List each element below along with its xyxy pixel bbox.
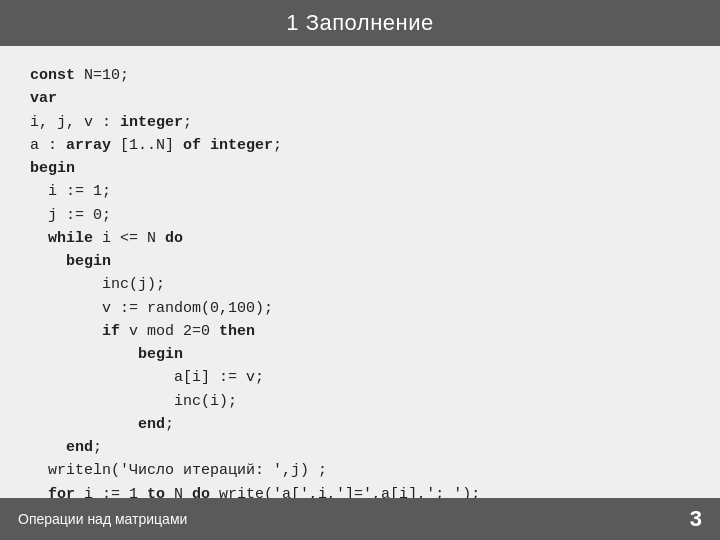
code-line-15: inc(i); bbox=[30, 393, 237, 410]
code-line-12: if v mod 2=0 then bbox=[30, 323, 255, 340]
code-line-9: begin bbox=[30, 253, 111, 270]
code-line-3: i, j, v : integer; bbox=[30, 114, 192, 131]
code-line-18: writeln('Число итераций: ',j) ; bbox=[30, 462, 327, 479]
code-block: const N=10; var i, j, v : integer; a : a… bbox=[30, 64, 690, 529]
code-line-5: begin bbox=[30, 160, 75, 177]
code-line-4: a : array [1..N] of integer; bbox=[30, 137, 282, 154]
code-line-10: inc(j); bbox=[30, 276, 165, 293]
code-line-1: const N=10; bbox=[30, 67, 129, 84]
code-line-13: begin bbox=[30, 346, 183, 363]
code-line-6: i := 1; bbox=[30, 183, 111, 200]
footer-label: Операции над матрицами bbox=[18, 511, 187, 527]
header: 1 Заполнение bbox=[0, 0, 720, 46]
code-line-17: end; bbox=[30, 439, 102, 456]
code-line-14: a[i] := v; bbox=[30, 369, 264, 386]
code-line-8: while i <= N do bbox=[30, 230, 183, 247]
slide-title: 1 Заполнение bbox=[0, 0, 720, 46]
footer: Операции над матрицами 3 bbox=[0, 498, 720, 540]
footer-page: 3 bbox=[690, 506, 702, 532]
content-area: const N=10; var i, j, v : integer; a : a… bbox=[0, 46, 720, 539]
code-line-2: var bbox=[30, 90, 57, 107]
code-line-7: j := 0; bbox=[30, 207, 111, 224]
code-line-16: end; bbox=[30, 416, 174, 433]
code-line-11: v := random(0,100); bbox=[30, 300, 273, 317]
